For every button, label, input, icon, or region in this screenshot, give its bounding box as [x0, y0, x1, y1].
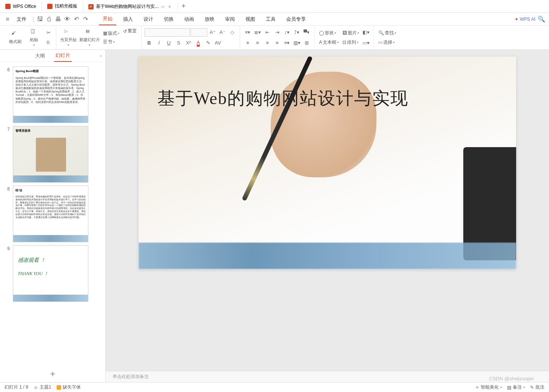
bullets-icon[interactable]: ≡▾: [243, 28, 252, 37]
search-icon[interactable]: 🔍: [538, 16, 544, 22]
menu-tab-insert[interactable]: 插入: [119, 14, 137, 25]
ribbon-group-paragraph: ≡▾ ≣▾ ⇤ ⇥ ↕▾ ⤴▾ ▀▾ ≡ ≡ ≡ ≡ ≡▾ ▥▾ ⊞: [240, 26, 315, 49]
print-icon[interactable]: 🖶: [55, 16, 61, 22]
app-tab-wps[interactable]: WPS Office: [0, 1, 42, 12]
redo-icon[interactable]: ↷: [82, 16, 88, 22]
current-slide[interactable]: 基于Web的购物网站设计与实现: [139, 57, 516, 269]
highlight-icon[interactable]: ✎: [204, 38, 213, 48]
notes-toggle[interactable]: ▤备注▾: [507, 384, 525, 390]
wps-ai-button[interactable]: ✦WPS AI: [515, 17, 535, 22]
save-icon[interactable]: 🖫: [37, 16, 43, 22]
paste-button[interactable]: 📋粘贴▾: [25, 27, 43, 48]
undo-icon[interactable]: ↶: [73, 16, 79, 22]
export-icon[interactable]: ⎙: [46, 16, 52, 22]
distribute-icon[interactable]: ≡▾: [282, 38, 291, 48]
find-button[interactable]: 🔍查找▾: [377, 29, 398, 37]
thumb-number: 9: [3, 245, 10, 302]
menu-tab-member[interactable]: 会员专享: [282, 14, 310, 25]
menu-tab-animation[interactable]: 动画: [180, 14, 198, 25]
slide-thumbnail-8[interactable]: 结 论 此时项目已经完成，即使实施的时间不是很长，但是这个过程中需要准备很长的时…: [13, 186, 88, 242]
numbering-icon[interactable]: ≣▾: [253, 28, 262, 37]
file-menu[interactable]: 文件: [14, 14, 29, 24]
justify-icon[interactable]: ≡: [273, 38, 282, 48]
layout-button[interactable]: ▦版式▾: [102, 29, 121, 37]
section-icon: ☰: [103, 39, 107, 45]
thumb-row: 6 Spring Boot框架 Spring Boot是Pivotal团队的一个…: [0, 65, 105, 125]
textbox-button[interactable]: A文本框▾: [318, 38, 340, 46]
smartart-icon[interactable]: ⊞: [302, 38, 311, 48]
menu-tab-review[interactable]: 审阅: [221, 14, 239, 25]
menu-tab-transition[interactable]: 切换: [160, 14, 177, 25]
new-tab-button[interactable]: +: [178, 2, 189, 10]
align-left-icon[interactable]: ≡: [243, 38, 252, 48]
italic-icon[interactable]: I: [154, 38, 163, 48]
format-painter-button[interactable]: 🖌格式刷: [6, 27, 24, 48]
slide-thumbnail-7[interactable]: 管理员登录: [13, 126, 88, 183]
slide-thumbnail-6[interactable]: Spring Boot框架 Spring Boot是Pivotal团队的一个新框…: [13, 66, 88, 123]
superscript-icon[interactable]: X²: [184, 38, 193, 48]
decrease-font-icon[interactable]: A⁻: [218, 28, 227, 37]
font-family-select[interactable]: [145, 28, 190, 37]
text-direction-icon[interactable]: ⤴▾: [292, 28, 301, 37]
watercolor-footer: [139, 243, 516, 269]
align-top-icon[interactable]: ▀▾: [302, 28, 311, 37]
add-slide-button[interactable]: +: [0, 366, 105, 382]
outdent-icon[interactable]: ⇤: [263, 28, 272, 37]
indent-icon[interactable]: ⇥: [273, 28, 282, 37]
section-button[interactable]: ☰节▾: [102, 38, 121, 46]
font-size-select[interactable]: [191, 28, 207, 37]
reset-button[interactable]: ↺重置: [122, 27, 138, 35]
fill-icon[interactable]: ◧▾: [361, 28, 370, 37]
note-icon: ▤: [507, 385, 511, 390]
side-tab-outline[interactable]: 大纲: [34, 50, 46, 61]
maximise-tab-icon[interactable]: ▭: [161, 4, 165, 9]
close-tab-icon[interactable]: ×: [167, 4, 172, 9]
missing-font-warning[interactable]: 缺失字体: [57, 384, 81, 390]
shape-button[interactable]: ◯形状▾: [318, 29, 340, 37]
menu-tab-slideshow[interactable]: 放映: [201, 14, 218, 25]
collapse-panel-icon[interactable]: ‹: [100, 53, 102, 58]
slide-thumbnail-9[interactable]: 感谢观看 ！ THANK YOU ！: [13, 245, 88, 302]
slide-counter[interactable]: 幻灯片 1 / 9: [5, 384, 28, 390]
copy-icon[interactable]: ⎘: [44, 38, 53, 47]
font-color-icon[interactable]: A: [194, 38, 203, 48]
print-preview-icon[interactable]: 👁: [64, 16, 70, 22]
theme-indicator[interactable]: ☺主题1: [34, 384, 51, 390]
clear-format-icon[interactable]: ◇: [228, 28, 237, 37]
line-spacing-icon[interactable]: ↕▾: [282, 28, 291, 37]
app-tab-templates[interactable]: 找稻壳模板: [42, 1, 83, 12]
arrange-icon: ⊡: [342, 40, 346, 45]
app-tab-document[interactable]: P 基于Web的购物网站设计与实... ▭ ×: [83, 1, 178, 12]
notes-pane[interactable]: 单击此处添加备注: [106, 371, 549, 382]
beautify-button[interactable]: ✧智能美化▾: [475, 384, 502, 390]
strike-icon[interactable]: S: [174, 38, 183, 48]
slide-title-text: 基于Web的购物网站设计与实现: [157, 87, 497, 110]
tab-label: 基于Web的购物网站设计与实...: [96, 3, 159, 10]
columns-icon[interactable]: ▥▾: [292, 38, 301, 48]
hamburger-icon[interactable]: ≡: [5, 16, 11, 22]
bold-icon[interactable]: B: [145, 38, 154, 48]
menu-tab-design[interactable]: 设计: [140, 14, 157, 25]
increase-font-icon[interactable]: A⁺: [208, 28, 217, 37]
paste-icon: 📋: [30, 29, 38, 36]
comments-toggle[interactable]: ✎批注: [530, 384, 544, 390]
image-button[interactable]: 🖼图片▾: [341, 29, 361, 37]
main-area: 大纲 幻灯片 ‹ 6 Spring Boot框架 Spring Boot是Piv…: [0, 50, 549, 382]
align-center-icon[interactable]: ≡: [253, 38, 262, 48]
cut-icon[interactable]: ✂: [44, 28, 53, 37]
select-button[interactable]: ▭选择▾: [377, 38, 398, 46]
new-slide-button[interactable]: ▤新建幻灯片▾: [78, 27, 101, 48]
thumb-number: 8: [3, 186, 10, 242]
outline-icon[interactable]: ▭▾: [361, 38, 370, 48]
arrange-button[interactable]: ⊡排列▾: [341, 38, 361, 46]
align-right-icon[interactable]: ≡: [263, 38, 272, 48]
reset-icon: ↺: [123, 29, 127, 34]
start-from-current-button[interactable]: ▷当页开始▾: [59, 27, 77, 48]
char-spacing-icon[interactable]: AV: [213, 38, 222, 48]
underline-icon[interactable]: U: [164, 38, 173, 48]
menu-tab-start[interactable]: 开始: [99, 13, 116, 25]
menu-tab-tools[interactable]: 工具: [262, 14, 279, 25]
sparkle-icon: ✧: [475, 385, 479, 390]
menu-tab-view[interactable]: 视图: [242, 14, 259, 25]
side-tab-slides[interactable]: 幻灯片: [54, 50, 72, 62]
